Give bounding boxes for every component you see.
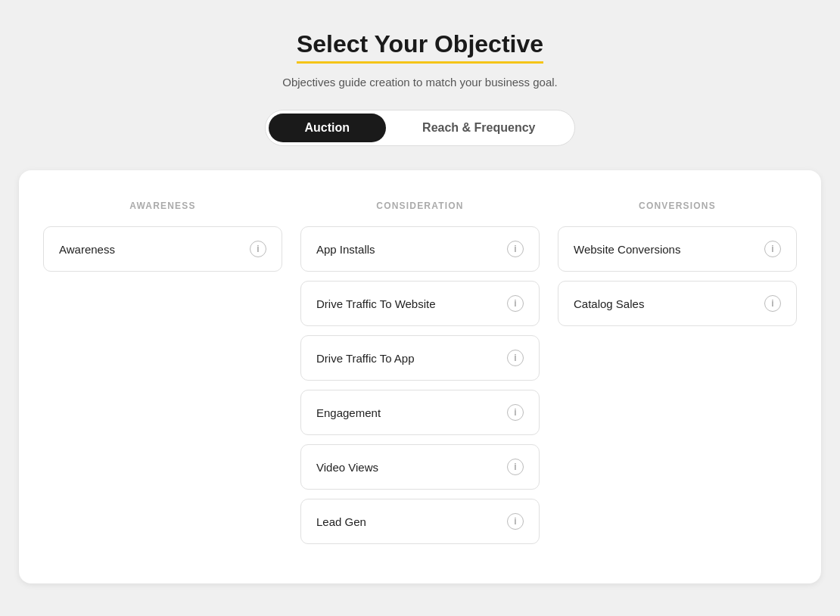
conversions-column: CONVERSIONS Website Conversions i Catalo… xyxy=(558,201,797,553)
objective-label: Engagement xyxy=(316,406,381,419)
info-icon[interactable]: i xyxy=(764,241,781,257)
info-icon[interactable]: i xyxy=(507,513,524,530)
objective-label: Lead Gen xyxy=(316,515,366,528)
conversions-header: CONVERSIONS xyxy=(558,201,797,211)
objectives-card: AWARENESS Awareness i CONSIDERATION App … xyxy=(19,170,821,583)
awareness-column: AWARENESS Awareness i xyxy=(43,201,282,553)
info-icon[interactable]: i xyxy=(507,350,524,366)
info-icon[interactable]: i xyxy=(507,404,524,421)
page-subtitle: Objectives guide creation to match your … xyxy=(282,76,558,89)
toggle-group: Auction Reach & Frequency xyxy=(265,110,576,146)
list-item[interactable]: Video Views i xyxy=(300,444,540,490)
consideration-column: CONSIDERATION App Installs i Drive Traff… xyxy=(300,201,540,553)
objective-label: Awareness xyxy=(59,243,115,256)
objective-label: Website Conversions xyxy=(574,243,680,256)
objective-label: Drive Traffic To Website xyxy=(316,297,436,310)
list-item[interactable]: Engagement i xyxy=(300,390,540,435)
list-item[interactable]: App Installs i xyxy=(300,226,540,272)
objective-label: App Installs xyxy=(316,243,375,256)
columns-container: AWARENESS Awareness i CONSIDERATION App … xyxy=(43,201,797,553)
objective-label: Drive Traffic To App xyxy=(316,352,415,365)
auction-toggle[interactable]: Auction xyxy=(269,114,387,142)
list-item[interactable]: Lead Gen i xyxy=(300,499,540,544)
objective-label: Video Views xyxy=(316,461,378,474)
list-item[interactable]: Drive Traffic To App i xyxy=(300,335,540,381)
list-item[interactable]: Website Conversions i xyxy=(558,226,797,272)
info-icon[interactable]: i xyxy=(507,459,524,475)
consideration-header: CONSIDERATION xyxy=(300,201,540,211)
list-item[interactable]: Catalog Sales i xyxy=(558,281,797,326)
info-icon[interactable]: i xyxy=(250,241,266,257)
info-icon[interactable]: i xyxy=(507,241,524,257)
reach-frequency-toggle[interactable]: Reach & Frequency xyxy=(386,114,571,142)
objective-label: Catalog Sales xyxy=(574,297,644,310)
info-icon[interactable]: i xyxy=(507,295,524,312)
info-icon[interactable]: i xyxy=(764,295,781,312)
list-item[interactable]: Awareness i xyxy=(43,226,282,272)
list-item[interactable]: Drive Traffic To Website i xyxy=(300,281,540,326)
awareness-header: AWARENESS xyxy=(43,201,282,211)
page-title: Select Your Objective xyxy=(297,30,543,64)
